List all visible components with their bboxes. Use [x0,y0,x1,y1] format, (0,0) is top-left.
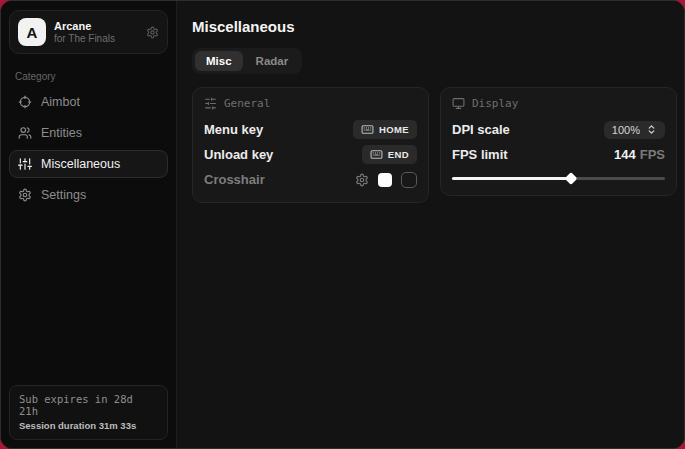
unload-key-row: Unload key END [204,143,417,166]
fps-limit-slider[interactable] [452,172,665,184]
fps-limit-value: 144FPS [614,147,665,162]
page-title: Miscellaneous [192,18,677,35]
sub-expires-text: Sub expires in 28d 21h [19,393,158,417]
sidebar-item-miscellaneous[interactable]: Miscellaneous [9,150,168,178]
fps-slider-fill [452,177,571,180]
keyboard-icon [370,148,383,161]
tab-radar[interactable]: Radar [245,51,300,71]
crosshair-settings-gear-icon[interactable] [355,173,369,187]
sidebar-item-label: Entities [41,126,82,140]
fps-limit-label: FPS limit [452,147,508,162]
general-card: General Menu key HOME Unload key [192,87,429,203]
tab-misc[interactable]: Misc [195,51,243,71]
sidebar-item-label: Miscellaneous [41,157,120,171]
sliders-icon [18,157,32,171]
session-duration-text: Session duration 31m 33s [19,420,158,431]
sidebar-item-aimbot[interactable]: Aimbot [9,88,168,116]
crosshair-checkbox[interactable] [401,172,417,188]
dpi-scale-label: DPI scale [452,122,510,137]
gear-icon[interactable] [146,26,159,39]
gear-icon [18,188,32,202]
subscription-card: Sub expires in 28d 21h Session duration … [9,385,168,440]
dpi-scale-select[interactable]: 100% [604,121,665,139]
display-card: Display DPI scale 100% FPS limit 144FPS [440,87,677,196]
sidebar-item-settings[interactable]: Settings [9,181,168,209]
chevrons-up-down-icon [646,124,657,135]
crosshair-icon [18,95,32,109]
menu-key-label: Menu key [204,122,263,137]
sliders-horizontal-icon [204,97,217,110]
sidebar: A Arcane for The Finals Category Aimbot [1,1,177,448]
app-window: A Arcane for The Finals Category Aimbot [0,0,685,449]
unload-key-bind-button[interactable]: END [362,145,417,164]
monitor-icon [452,97,465,110]
dpi-scale-value: 100% [612,124,640,136]
app-logo: A [18,18,46,46]
sidebar-item-entities[interactable]: Entities [9,119,168,147]
fps-limit-row: FPS limit 144FPS [452,143,665,166]
menu-key-value: HOME [379,124,409,135]
category-label: Category [15,71,162,82]
keyboard-icon [361,123,374,136]
sidebar-item-label: Aimbot [41,95,80,109]
app-name: Arcane [54,20,115,32]
tab-bar: Misc Radar [192,48,302,74]
menu-key-bind-button[interactable]: HOME [353,120,417,139]
users-icon [18,126,32,140]
profile-card: A Arcane for The Finals [9,10,168,54]
card-title: Display [472,97,518,110]
unload-key-value: END [388,149,409,160]
menu-key-row: Menu key HOME [204,118,417,141]
crosshair-label: Crosshair [204,172,265,187]
app-subtitle: for The Finals [54,33,115,44]
fps-slider-thumb[interactable] [565,172,578,185]
dpi-scale-row: DPI scale 100% [452,118,665,141]
crosshair-color-swatch[interactable] [378,173,392,187]
crosshair-row: Crosshair [204,168,417,191]
main-content: Miscellaneous Misc Radar General Menu ke… [177,1,685,448]
card-title: General [224,97,270,110]
sidebar-nav: Aimbot Entities Miscellaneous Settings [9,88,168,209]
sidebar-item-label: Settings [41,188,86,202]
unload-key-label: Unload key [204,147,273,162]
